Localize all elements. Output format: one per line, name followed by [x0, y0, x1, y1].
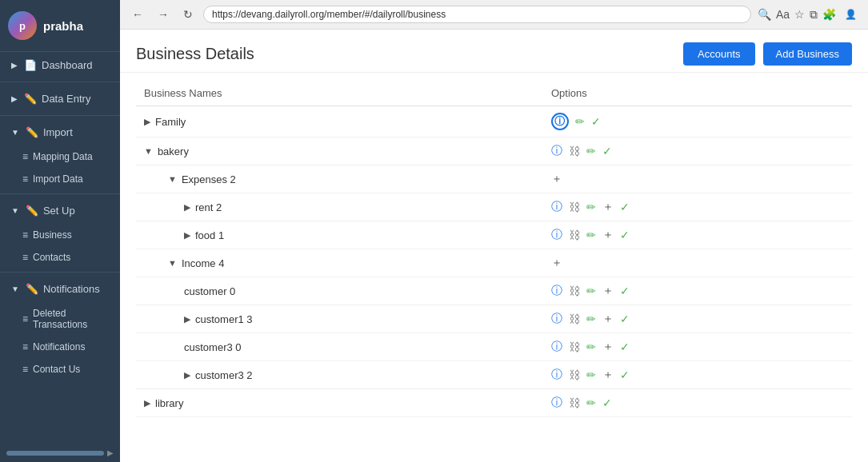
sidebar-item-label: Notifications [33, 341, 85, 352]
sidebar-item-business[interactable]: ≡ Business [0, 224, 120, 246]
info-icon[interactable]: ⓘ [551, 200, 562, 214]
row-name: customer3 0 [144, 341, 535, 353]
check-icon[interactable]: ✓ [620, 368, 630, 381]
edit-icon[interactable]: ✏ [586, 145, 596, 157]
plus-icon[interactable]: ＋ [602, 200, 614, 214]
info-icon[interactable]: ⓘ [551, 284, 562, 298]
check-icon[interactable]: ✓ [620, 229, 630, 241]
edit-icon[interactable]: ✏ [586, 313, 596, 325]
sidebar-item-contact-us[interactable]: ≡ Contact Us [0, 358, 120, 380]
options-cell: ⓘ ⛓ ✏ ＋ ✓ [551, 312, 844, 326]
bookmark-icon[interactable]: ☆ [794, 8, 805, 21]
info-icon[interactable]: ⓘ [551, 228, 562, 242]
chevron-right-icon[interactable]: ▶ [184, 314, 190, 325]
table-row: ▶ library ⓘ ⛓ ✏ ✓ [136, 389, 852, 417]
info-icon[interactable]: ⓘ [551, 340, 562, 354]
check-icon[interactable]: ✓ [620, 341, 630, 353]
sidebar-item-notifications[interactable]: ▼ ✏️ Notifications [0, 276, 120, 302]
plus-icon[interactable]: ＋ [602, 340, 614, 354]
reader-icon[interactable]: Aa [776, 8, 790, 21]
link-icon[interactable]: ⛓ [569, 285, 580, 297]
info-icon[interactable]: ⓘ [551, 312, 562, 326]
edit-icon[interactable]: ✏ [586, 229, 596, 241]
check-icon[interactable]: ✓ [620, 201, 630, 213]
link-icon[interactable]: ⛓ [569, 229, 580, 241]
search-icon[interactable]: 🔍 [758, 8, 771, 21]
row-label: customer3 0 [184, 341, 242, 353]
url-bar[interactable] [203, 6, 751, 23]
sidebar-item-setup[interactable]: ▼ ✏️ Set Up [0, 197, 120, 224]
row-name: ▶ library [144, 397, 535, 409]
check-icon[interactable]: ✓ [591, 115, 601, 128]
chevron-right-icon[interactable]: ▶ [184, 202, 190, 213]
check-icon[interactable]: ✓ [602, 396, 612, 409]
back-button[interactable]: ← [128, 6, 147, 22]
row-name: ▶ customer1 3 [144, 313, 535, 325]
chevron-down-icon[interactable]: ▼ [168, 258, 177, 268]
add-business-button[interactable]: Add Business [763, 42, 853, 66]
sidebar-item-deleted-transactions[interactable]: ≡ Deleted Transactions [0, 302, 120, 336]
sidebar-item-import-data[interactable]: ≡ Import Data [0, 168, 120, 190]
check-icon[interactable]: ✓ [620, 285, 630, 297]
info-icon[interactable]: ⓘ [551, 396, 562, 410]
scroll-right-btn[interactable]: ▶ [107, 448, 114, 457]
chevron-right-icon[interactable]: ▶ [184, 370, 190, 380]
sidebar-item-dashboard[interactable]: ▶ 📄 Dashboard [0, 52, 120, 78]
sidebar-item-label: Set Up [43, 205, 75, 217]
sidebar-item-contacts[interactable]: ≡ Contacts [0, 246, 120, 269]
chevron-right-icon[interactable]: ▶ [144, 117, 150, 127]
edit-icon[interactable]: ✏ [575, 115, 585, 128]
plus-icon[interactable]: ＋ [551, 256, 562, 270]
edit-icon[interactable]: ✏ [586, 201, 596, 213]
forward-button[interactable]: → [154, 6, 173, 22]
options-cell: ⓘ ⛓ ✏ ✓ [551, 396, 844, 410]
info-icon[interactable]: ⓘ [551, 368, 562, 382]
edit-icon[interactable]: ✏ [586, 396, 596, 409]
list-icon: ≡ [22, 364, 28, 375]
sidebar-item-label: Contact Us [33, 364, 80, 375]
info-icon[interactable]: ⓘ [551, 144, 562, 158]
pencil-icon: ✏️ [24, 93, 37, 105]
edit-icon[interactable]: ✏ [586, 368, 596, 381]
browser-bar: ← → ↻ 🔍 Aa ☆ ⧉ 🧩 👤 [120, 0, 868, 30]
plus-icon[interactable]: ＋ [602, 312, 614, 326]
chevron-right-icon[interactable]: ▶ [184, 230, 190, 241]
divider [0, 82, 120, 82]
link-icon[interactable]: ⛓ [569, 368, 580, 381]
col-business-names: Business Names [136, 81, 543, 106]
row-label: customer3 2 [195, 369, 253, 381]
row-label: bakery [158, 145, 189, 157]
accounts-button[interactable]: Accounts [683, 42, 754, 66]
edit-icon[interactable]: ✏ [586, 285, 596, 297]
sidebar-item-data-entry[interactable]: ▶ ✏️ Data Entry [0, 86, 120, 112]
info-circle-icon[interactable]: ⓘ [551, 113, 569, 130]
check-icon[interactable]: ✓ [602, 145, 612, 157]
sidebar-item-import[interactable]: ▼ ✏️ Import [0, 119, 120, 145]
link-icon[interactable]: ⛓ [569, 145, 580, 157]
link-icon[interactable]: ⛓ [569, 201, 580, 213]
plus-icon[interactable]: ＋ [602, 284, 614, 298]
edit-icon[interactable]: ✏ [586, 341, 596, 353]
link-icon[interactable]: ⛓ [569, 313, 580, 325]
list-icon: ≡ [22, 151, 28, 162]
sidebar-item-mapping-data[interactable]: ≡ Mapping Data [0, 145, 120, 168]
link-icon[interactable]: ⛓ [569, 396, 580, 409]
link-icon[interactable]: ⛓ [569, 341, 580, 353]
plus-icon[interactable]: ＋ [551, 172, 562, 186]
account-icon[interactable]: 👤 [841, 5, 860, 24]
row-label: customer1 3 [195, 313, 253, 325]
list-icon: ≡ [22, 229, 28, 241]
refresh-button[interactable]: ↻ [179, 6, 197, 22]
scroll-bar[interactable] [6, 451, 104, 456]
plus-icon[interactable]: ＋ [602, 228, 614, 242]
table-row: ▼ Expenses 2 ＋ [136, 165, 852, 193]
tab-icon[interactable]: ⧉ [810, 8, 818, 22]
sidebar: p prabha ▶ 📄 Dashboard ▶ ✏️ Data Entry ▼… [0, 0, 120, 462]
chevron-right-icon[interactable]: ▶ [144, 398, 150, 408]
chevron-down-icon[interactable]: ▼ [144, 146, 153, 156]
sidebar-item-notifications-sub[interactable]: ≡ Notifications [0, 336, 120, 358]
check-icon[interactable]: ✓ [620, 313, 630, 325]
chevron-down-icon[interactable]: ▼ [168, 174, 177, 184]
extension-icon[interactable]: 🧩 [822, 8, 836, 21]
plus-icon[interactable]: ＋ [602, 368, 614, 382]
